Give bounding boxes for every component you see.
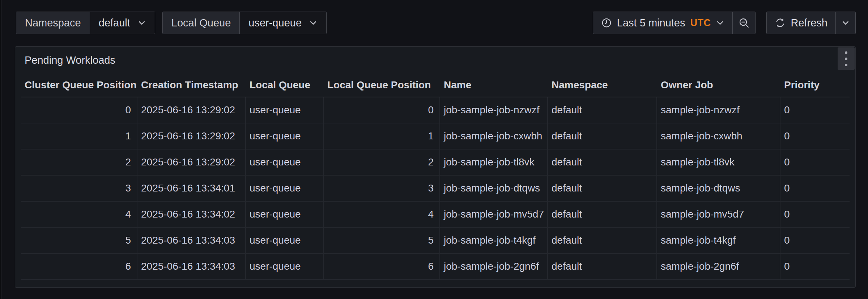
cell-local-queue-position: 4 (324, 202, 440, 227)
cell-local-queue: user-queue (246, 202, 324, 227)
column-header-local-queue-position[interactable]: Local Queue Position (324, 79, 440, 91)
cell-cluster-queue-position: 2 (21, 150, 137, 175)
refresh-button-label: Refresh (791, 17, 827, 29)
cell-namespace: default (548, 202, 657, 227)
cell-owner-job: sample-job-2gn6f (657, 254, 780, 279)
cell-priority: 0 (780, 150, 850, 175)
panel-header: Pending Workloads (21, 47, 850, 73)
column-header-local-queue[interactable]: Local Queue (246, 79, 324, 91)
toolbar-right-cluster: Last 5 minutes UTC (593, 12, 856, 34)
cell-local-queue-position: 3 (324, 176, 440, 201)
refresh-button[interactable]: Refresh (767, 12, 835, 34)
refresh-icon (775, 17, 786, 28)
table-row: 62025-06-16 13:34:03user-queue6job-sampl… (21, 254, 850, 280)
table-row: 12025-06-16 13:29:02user-queue1job-sampl… (21, 123, 850, 150)
table-row: 42025-06-16 13:34:02user-queue4job-sampl… (21, 202, 850, 228)
cell-name: job-sample-job-t4kgf (440, 228, 548, 253)
cell-local-queue-position: 2 (324, 150, 440, 175)
cell-owner-job: sample-job-dtqws (657, 176, 780, 201)
cell-priority: 0 (780, 254, 850, 279)
refresh-controls-group: Refresh (766, 12, 856, 34)
cell-creation-timestamp: 2025-06-16 13:34:03 (137, 228, 246, 253)
cell-owner-job: sample-job-mv5d7 (657, 202, 780, 227)
cell-namespace: default (548, 150, 657, 175)
variable-local-queue-label: Local Queue (163, 12, 240, 34)
dashboard-controls: Namespace default Local Queue user-queue… (16, 12, 856, 34)
column-header-namespace[interactable]: Namespace (548, 79, 657, 91)
cell-name: job-sample-job-dtqws (440, 176, 548, 201)
cell-creation-timestamp: 2025-06-16 13:34:02 (137, 202, 246, 227)
cell-creation-timestamp: 2025-06-16 13:34:01 (137, 176, 246, 201)
cell-local-queue: user-queue (246, 176, 324, 201)
cell-local-queue: user-queue (246, 228, 324, 253)
cell-priority: 0 (780, 202, 850, 227)
local-queue-select-value: user-queue (248, 17, 302, 29)
panel-title[interactable]: Pending Workloads (25, 54, 115, 66)
cell-cluster-queue-position: 5 (21, 228, 137, 253)
cell-cluster-queue-position: 3 (21, 176, 137, 201)
namespace-select[interactable]: default (90, 12, 155, 34)
cell-namespace: default (548, 97, 657, 123)
cell-local-queue-position: 5 (324, 228, 440, 253)
cell-name: job-sample-job-tl8vk (440, 150, 548, 175)
pending-workloads-panel: Pending Workloads Cluster Queue Position… (15, 46, 856, 288)
cell-priority: 0 (780, 123, 850, 149)
table-row: 22025-06-16 13:29:02user-queue2job-sampl… (21, 150, 850, 176)
cell-local-queue: user-queue (246, 123, 324, 149)
cell-owner-job: sample-job-nzwzf (657, 97, 780, 123)
refresh-interval-dropdown[interactable] (835, 12, 855, 34)
cell-priority: 0 (780, 176, 850, 201)
cell-name: job-sample-job-cxwbh (440, 123, 548, 149)
cell-name: job-sample-job-mv5d7 (440, 202, 548, 227)
cell-cluster-queue-position: 4 (21, 202, 137, 227)
chevron-down-icon (309, 18, 318, 27)
chevron-down-icon (137, 18, 146, 27)
cell-owner-job: sample-job-cxwbh (657, 123, 780, 149)
cell-local-queue-position: 1 (324, 123, 440, 149)
panel-menu-button[interactable] (838, 47, 855, 70)
pending-workloads-table: Cluster Queue PositionCreation Timestamp… (21, 73, 850, 280)
local-queue-select[interactable]: user-queue (240, 12, 326, 34)
cell-cluster-queue-position: 1 (21, 123, 137, 149)
clock-icon (601, 17, 612, 28)
cell-namespace: default (548, 254, 657, 279)
variable-namespace: Namespace default (16, 12, 155, 34)
cell-priority: 0 (780, 228, 850, 253)
cell-owner-job: sample-job-tl8vk (657, 150, 780, 175)
cell-creation-timestamp: 2025-06-16 13:29:02 (137, 97, 246, 123)
grafana-dashboard: { "toolbar": { "variables": [ { "label":… (0, 0, 868, 299)
time-range-picker-button[interactable]: Last 5 minutes UTC (593, 12, 733, 34)
cell-local-queue: user-queue (246, 254, 324, 279)
table-header-row: Cluster Queue PositionCreation Timestamp… (21, 73, 850, 97)
table-row: 52025-06-16 13:34:03user-queue5job-sampl… (21, 228, 850, 254)
time-controls-group: Last 5 minutes UTC (593, 12, 756, 34)
time-range-label: Last 5 minutes (617, 17, 685, 29)
timezone-label: UTC (690, 17, 711, 29)
chevron-down-icon (841, 18, 850, 27)
cell-owner-job: sample-job-t4kgf (657, 228, 780, 253)
cell-cluster-queue-position: 6 (21, 254, 137, 279)
column-header-owner-job[interactable]: Owner Job (657, 79, 780, 91)
table-row: 32025-06-16 13:34:01user-queue3job-sampl… (21, 176, 850, 202)
cell-namespace: default (548, 123, 657, 149)
column-header-name[interactable]: Name (440, 79, 548, 91)
cell-local-queue: user-queue (246, 150, 324, 175)
cell-namespace: default (548, 176, 657, 201)
table-body: 02025-06-16 13:29:02user-queue0job-sampl… (21, 97, 850, 280)
table-row: 02025-06-16 13:29:02user-queue0job-sampl… (21, 97, 850, 123)
namespace-select-value: default (99, 17, 130, 29)
chevron-down-icon (716, 18, 724, 27)
zoom-out-icon (738, 17, 750, 29)
column-header-cluster-queue-position[interactable]: Cluster Queue Position (21, 79, 137, 91)
column-header-creation-timestamp[interactable]: Creation Timestamp (137, 79, 246, 91)
cell-local-queue: user-queue (246, 97, 324, 123)
cell-creation-timestamp: 2025-06-16 13:29:02 (137, 123, 246, 149)
cell-creation-timestamp: 2025-06-16 13:29:02 (137, 150, 246, 175)
cell-namespace: default (548, 228, 657, 253)
kebab-menu-icon (845, 51, 847, 66)
page-edge (0, 0, 1, 299)
column-header-priority[interactable]: Priority (780, 79, 850, 91)
zoom-out-button[interactable] (732, 12, 755, 34)
variable-namespace-label: Namespace (16, 12, 90, 34)
cell-name: job-sample-job-nzwzf (440, 97, 548, 123)
